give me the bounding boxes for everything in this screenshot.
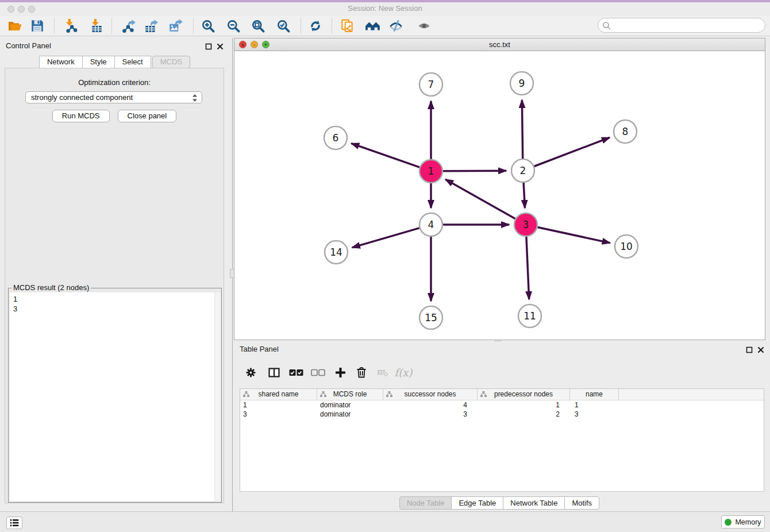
memory-button[interactable]: Memory — [721, 515, 765, 529]
table-settings-icon[interactable] — [242, 364, 259, 380]
zoom-selected-icon[interactable] — [275, 17, 292, 34]
node-14[interactable]: 14 — [325, 241, 348, 264]
tab-select[interactable]: Select — [114, 56, 151, 68]
control-panel-close-icon[interactable] — [216, 43, 224, 51]
zoom-fit-icon[interactable] — [249, 17, 267, 34]
tab-motifs[interactable]: Motifs — [564, 496, 599, 510]
export-network-icon[interactable] — [120, 17, 137, 34]
hide-graphics-details-icon[interactable] — [387, 17, 405, 34]
control-panel-float-icon[interactable] — [205, 43, 213, 51]
zoom-in-icon[interactable] — [199, 17, 217, 34]
node-2[interactable]: 2 — [511, 159, 534, 182]
node-15[interactable]: 15 — [419, 306, 442, 329]
table-cell: 3 — [240, 410, 317, 419]
zoom-out-icon[interactable] — [225, 17, 242, 34]
column-header-name[interactable]: name — [570, 389, 619, 400]
table-row[interactable]: 3dominator323 — [240, 410, 764, 419]
tab-network-table[interactable]: Network Table — [503, 496, 565, 510]
column-header-MCDS-role[interactable]: MCDS role — [317, 389, 383, 400]
delete-row-icon[interactable] — [353, 364, 369, 380]
tab-mcds[interactable]: MCDS — [152, 56, 190, 68]
table-panel-float-icon[interactable] — [745, 346, 753, 354]
toolbar-separator — [54, 18, 55, 33]
export-table-icon[interactable] — [143, 17, 160, 34]
control-panel-tabs: NetworkStyleSelectMCDS — [0, 56, 230, 68]
tab-network[interactable]: Network — [39, 56, 83, 68]
node-10[interactable]: 10 — [615, 235, 638, 258]
import-table-icon[interactable] — [88, 17, 105, 34]
close-panel-button[interactable]: Close panel — [118, 110, 177, 122]
column-header-successor-nodes[interactable]: successor nodes — [383, 389, 478, 400]
network-canvas[interactable]: 1234678910111415 — [234, 51, 765, 340]
node-7[interactable]: 7 — [419, 73, 442, 96]
search-input[interactable] — [613, 20, 762, 32]
columns-view-icon[interactable] — [266, 364, 282, 380]
toolbar-separator — [111, 18, 112, 33]
table-cell: dominator — [317, 400, 383, 410]
edge-3-1[interactable] — [445, 179, 515, 218]
network-title: scc.txt — [234, 40, 765, 49]
edge-2-9[interactable] — [522, 100, 522, 159]
search-box — [598, 18, 765, 33]
titlebar: Session: New Session — [0, 2, 770, 16]
list-icon — [9, 518, 20, 527]
network-window-titlebar: x - + scc.txt — [234, 38, 765, 51]
edge-3-11[interactable] — [526, 237, 529, 299]
save-session-icon[interactable] — [29, 17, 46, 34]
column-header-predecessor-nodes[interactable]: predecessor nodes — [478, 389, 570, 400]
deselect-all-icon[interactable] — [310, 364, 326, 380]
node-4[interactable]: 4 — [419, 213, 442, 236]
table-header-row: shared nameMCDS rolesuccessor nodesprede… — [240, 389, 764, 400]
edge-2-3[interactable] — [523, 183, 525, 208]
node-9[interactable]: 9 — [510, 72, 533, 95]
main-toolbar — [0, 16, 770, 36]
node-11[interactable]: 11 — [518, 304, 541, 327]
edge-2-8[interactable] — [534, 137, 610, 166]
new-network-from-selection-icon[interactable] — [339, 17, 356, 34]
export-image-icon[interactable] — [167, 17, 184, 34]
open-session-icon[interactable] — [6, 17, 24, 34]
node-label: 6 — [333, 132, 339, 144]
tab-style[interactable]: Style — [82, 56, 115, 68]
session-title: Session: New Session — [0, 4, 770, 13]
node-label: 15 — [425, 312, 437, 323]
edge-3-10[interactable] — [538, 227, 610, 242]
toolbar-separator — [193, 18, 194, 33]
toolbar-separator — [332, 18, 332, 33]
tab-edge-table[interactable]: Edge Table — [451, 496, 503, 510]
table-cell: 1 — [240, 400, 317, 410]
node-3[interactable]: 3 — [514, 213, 537, 236]
show-panels-button[interactable] — [6, 516, 22, 529]
column-header-shared-name[interactable]: shared name — [240, 389, 317, 400]
table-panel-close-icon[interactable] — [757, 346, 765, 354]
tab-node-table[interactable]: Node Table — [399, 496, 452, 510]
show-graphics-details-icon[interactable] — [415, 17, 433, 34]
edge-4-14[interactable] — [352, 228, 419, 248]
run-mcds-button[interactable]: Run MCDS — [52, 110, 110, 122]
import-network-icon[interactable] — [62, 17, 79, 34]
result-scrollbar[interactable] — [214, 292, 220, 501]
home-icon[interactable] — [364, 17, 382, 34]
add-row-icon[interactable] — [332, 364, 348, 380]
table-row[interactable]: 1dominator411 — [240, 400, 764, 410]
select-stepper-icon — [192, 94, 198, 102]
table-cell: 1 — [478, 400, 570, 410]
edge-1-6[interactable] — [351, 144, 419, 168]
function-builder-icon[interactable]: f(x) — [395, 364, 411, 380]
edge-1-2[interactable] — [443, 171, 506, 171]
application-window: Session: New Session — [0, 0, 770, 532]
node-8[interactable]: 8 — [614, 120, 637, 143]
mcds-result-area[interactable]: 1 3 — [10, 292, 220, 501]
network-window: x - + scc.txt 1234678910111415 — [234, 38, 765, 340]
node-label: 2 — [520, 165, 526, 176]
node-6[interactable]: 6 — [324, 126, 347, 149]
table-cell: 3 — [383, 410, 478, 419]
apply-layout-icon[interactable] — [307, 17, 324, 34]
toolbar-separator — [301, 18, 301, 33]
node-table: shared nameMCDS rolesuccessor nodesprede… — [240, 388, 764, 492]
delete-column-icon[interactable] — [375, 364, 391, 380]
optimization-criterion-select[interactable]: strongly connected component — [25, 91, 202, 103]
node-1[interactable]: 1 — [419, 160, 442, 183]
search-icon — [602, 21, 611, 30]
select-all-icon[interactable] — [288, 364, 304, 380]
